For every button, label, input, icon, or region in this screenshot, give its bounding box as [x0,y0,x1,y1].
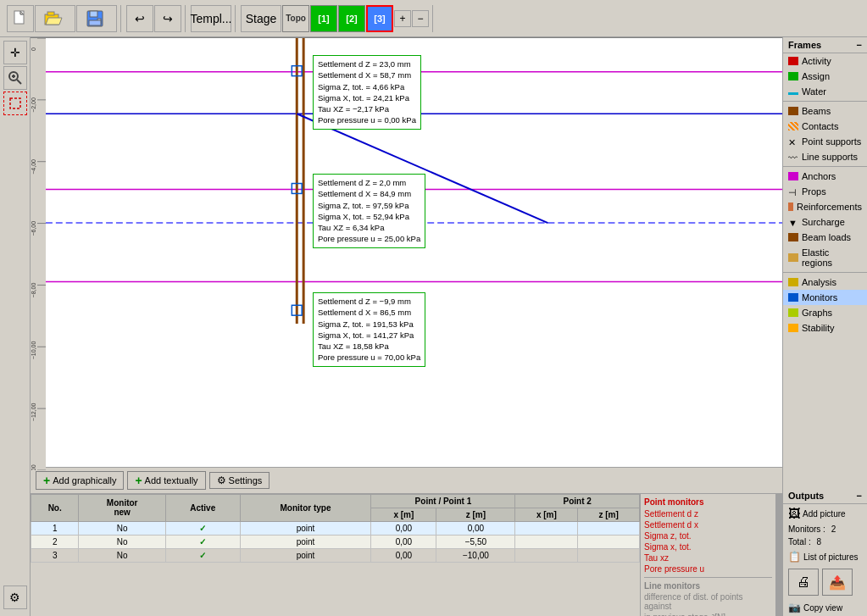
add-textually-button[interactable]: + Add textually [127,471,205,490]
assign-label: Assign [802,71,830,81]
col-type: Monitor type [240,494,371,521]
add-picture-button[interactable]: 🖼 Add picture [783,504,867,523]
frame-beams[interactable]: Beams [783,103,867,119]
selection-tool[interactable] [3,92,27,115]
monitor-item-tau[interactable]: Tau xz [644,552,772,563]
settings-tool[interactable]: ⚙ [3,585,27,609]
left-toolbar: ✛ ⚙ [0,37,31,616]
cell-no: 3 [31,548,79,562]
frame-anchors[interactable]: Anchors [783,169,867,184]
cell-monitor: No [79,548,166,562]
frame-stability[interactable]: Stability [783,320,867,336]
cell-z1: −5,50 [436,535,515,548]
pan-tool[interactable]: ✛ [3,41,27,64]
list-pictures-icon: 📋 [788,551,801,563]
vertical-ruler [31,38,46,467]
save-button[interactable] [76,5,117,32]
output-actions: 🖨 📤 [783,565,867,599]
redo-button[interactable]: ↪ [154,5,181,32]
monitor-item-dz[interactable]: Settlement d z [644,508,772,519]
water-label: Water [802,86,826,97]
graphs-icon [788,308,798,317]
cell-active: ✓ [165,535,240,548]
cell-type: point [240,521,371,535]
cell-no: 2 [31,535,79,548]
canvas-area: −10,00 [m] [31,37,782,616]
zoom-in-tool[interactable] [3,66,27,90]
frame-analysis[interactable]: Analysis [783,275,867,290]
cell-type: point [240,535,371,548]
main-area: ✛ ⚙ −10,00 [m] [0,37,867,616]
total-count: 8 [816,537,821,547]
frame-elastic-regions[interactable]: Elastic regions [783,245,867,270]
open-button[interactable] [35,5,75,32]
topo-button[interactable]: Topo [282,5,309,32]
frame-graphs[interactable]: Graphs [783,305,867,320]
main-toolbar: ↩ ↪ Templ... Stage Topo [1] [2] [3] + − [0,0,867,37]
monitor-item-dx[interactable]: Settlement d x [644,519,772,530]
table-scrollbar[interactable] [775,494,782,616]
export-button[interactable]: 📤 [822,569,853,596]
copy-view-button[interactable]: 📷 Copy view [783,599,867,616]
settings-label: Settings [229,475,263,486]
new-button[interactable] [7,5,34,32]
svg-rect-6 [47,12,54,15]
monitor-item-sigma-x[interactable]: Sigma x, tot. [644,541,772,552]
separator1 [783,101,867,102]
frame-activity[interactable]: Activity [783,53,867,69]
assign-icon [788,72,798,80]
print-button[interactable]: 🖨 [788,569,819,596]
active-check: ✓ [199,551,206,560]
elastic-regions-icon [788,253,798,262]
outputs-minimize[interactable]: − [857,491,862,501]
frame-water[interactable]: Water [783,84,867,99]
col-point2: Point 2 [515,494,640,508]
anchors-icon [788,172,798,180]
frames-minimize[interactable]: − [857,40,862,50]
frame-surcharge[interactable]: ▼ Surcharge [783,214,867,230]
copy-view-label: Copy view [803,603,842,613]
cell-monitor: No [79,535,166,548]
stage1-button[interactable]: [1] [310,5,337,32]
frame-contacts[interactable]: Contacts [783,119,867,134]
frame-line-supports[interactable]: 〰 Line supports [783,149,867,164]
undo-button[interactable]: ↩ [126,5,153,32]
frame-monitors[interactable]: Monitors [783,290,867,305]
stage-button[interactable]: Stage [241,5,281,32]
cell-z2 [578,548,640,562]
stage3-button[interactable]: [3] [366,5,393,32]
cell-active: ✓ [165,548,240,562]
active-check: ✓ [199,537,206,547]
stage2-button[interactable]: [2] [338,5,365,32]
remove-stage-button[interactable]: − [412,10,429,27]
frame-props[interactable]: ⊣ Props [783,184,867,199]
cell-active: ✓ [165,521,240,535]
add-graphically-button[interactable]: + Add graphically [36,471,124,490]
col-x2: x [m] [515,508,578,521]
monitor-item-pore[interactable]: Pore pressure u [644,563,772,574]
cell-z2 [578,521,640,535]
cell-z2 [578,535,640,548]
col-no: No. [31,494,79,521]
frame-reinforcements[interactable]: Reinforcements [783,199,867,214]
template-button[interactable]: Templ... [191,5,231,32]
frame-point-supports[interactable]: ✕ Point supports [783,134,867,149]
frame-beam-loads[interactable]: Beam loads [783,230,867,245]
monitor-item-sigma-z[interactable]: Sigma z, tot. [644,530,772,541]
line-monitors-subdesc: in previous stage ∂[N] [644,612,772,616]
cell-x1: 0,00 [371,548,436,562]
list-of-pictures-button[interactable]: 📋 List of pictures [783,548,867,565]
cell-x2 [515,521,578,535]
point-supports-icon: ✕ [788,137,798,146]
analysis-icon [788,278,798,286]
add-picture-label: Add picture [803,509,846,519]
beams-label: Beams [802,106,831,116]
frame-assign[interactable]: Assign [783,69,867,84]
col-active: Active [165,494,240,521]
monitors-count: 2 [831,524,836,534]
add-stage-button[interactable]: + [394,10,411,27]
frames-title: Frames [788,40,821,50]
main-canvas[interactable]: Settlement d Z = 23,0 mm Settlement d X … [46,38,782,467]
settings-button[interactable]: ⚙ Settings [209,472,270,489]
table-row: 1 No ✓ point 0,00 0,00 [31,521,640,535]
